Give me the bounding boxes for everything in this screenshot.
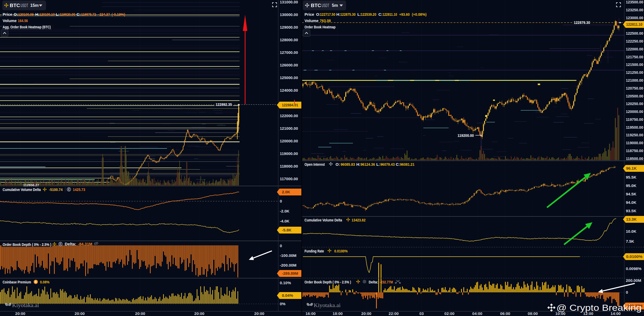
svg-text:Order Book Depth ( 0% - 2.5% ): Order Book Depth ( 0% - 2.5% ) <box>3 242 51 247</box>
svg-text:C: C <box>68 188 70 191</box>
svg-text:119500.00: 119500.00 <box>626 125 643 129</box>
svg-text:130000.00: 130000.00 <box>280 12 298 17</box>
svg-text:120250.00: 120250.00 <box>626 101 643 106</box>
svg-text:20:00: 20:00 <box>194 311 204 316</box>
svg-text:Agg. Order Book Heatmap (BTC): Agg. Order Book Heatmap (BTC) <box>3 25 51 29</box>
svg-text:Delta:: Delta: <box>369 280 378 284</box>
svg-text:122539.20: 122539.20 <box>361 12 376 17</box>
svg-text:H:: H: <box>35 12 39 17</box>
svg-text:2.0K: 2.0K <box>282 190 290 194</box>
svg-text:131000.00: 131000.00 <box>280 0 298 4</box>
svg-text:120100.09: 120100.09 <box>18 12 34 17</box>
svg-text:94.0K: 94.0K <box>626 200 636 205</box>
svg-text:120500.00: 120500.00 <box>626 94 643 98</box>
svg-text:96124.36: 96124.36 <box>361 162 375 167</box>
svg-text:96.1K: 96.1K <box>626 166 637 170</box>
svg-text:119875.72: 119875.72 <box>81 12 96 17</box>
svg-text:0.08%: 0.08% <box>40 280 49 284</box>
svg-text:C:: C: <box>77 12 81 17</box>
svg-text:20:00: 20:00 <box>75 311 85 316</box>
svg-text:20:00: 20:00 <box>135 311 145 316</box>
svg-text:C: C <box>59 243 61 246</box>
svg-text:119200.00: 119200.00 <box>458 133 474 138</box>
svg-text:128000.00: 128000.00 <box>280 38 298 42</box>
svg-text:BTC: BTC <box>10 3 20 8</box>
svg-text:120000.00: 120000.00 <box>626 109 643 114</box>
svg-text:121500.00: 121500.00 <box>626 62 643 67</box>
svg-text:C:: C: <box>396 162 400 167</box>
svg-text:1425.73: 1425.73 <box>73 187 85 192</box>
svg-text:Price: Price <box>3 12 12 17</box>
svg-text:Coinbase Premium: Coinbase Premium <box>3 280 31 284</box>
svg-text:03: 03 <box>419 311 424 316</box>
svg-text:Kiyotaka.ai: Kiyotaka.ai <box>314 302 341 308</box>
svg-text:96081.21: 96081.21 <box>400 162 414 167</box>
svg-text:124000.00: 124000.00 <box>280 88 298 92</box>
svg-text:-84.31M: -84.31M <box>78 242 92 246</box>
svg-text:122500.00: 122500.00 <box>626 31 643 35</box>
svg-text:Kiyotaka.ai: Kiyotaka.ai <box>12 302 39 308</box>
svg-text:117000.00: 117000.00 <box>280 177 298 181</box>
svg-text:C:: C: <box>378 12 383 17</box>
svg-text:122000.00: 122000.00 <box>280 113 298 118</box>
svg-text:-232.77M: -232.77M <box>380 280 393 284</box>
svg-text:119750.00: 119750.00 <box>626 117 643 122</box>
svg-text:04:00: 04:00 <box>472 311 482 316</box>
svg-text:-2.0K: -2.0K <box>280 209 290 213</box>
svg-text:BTC: BTC <box>311 3 321 8</box>
svg-text:95.0K: 95.0K <box>626 183 636 188</box>
svg-text:94.5K: 94.5K <box>626 192 636 196</box>
svg-text:126000.00: 126000.00 <box>280 63 298 67</box>
svg-text:0.0100%: 0.0100% <box>626 254 642 259</box>
svg-text:Delta:: Delta: <box>65 242 76 246</box>
svg-text:0.10%: 0.10% <box>280 281 291 285</box>
svg-text:763.08: 763.08 <box>320 18 331 23</box>
svg-text:123500.00: 123500.00 <box>626 0 643 4</box>
svg-text:121000.00: 121000.00 <box>626 78 643 82</box>
svg-text:10.0K: 10.0K <box>626 229 636 234</box>
svg-text:200.00M: 200.00M <box>626 278 641 283</box>
svg-text:122717.50: 122717.50 <box>320 12 335 17</box>
svg-text:06:00: 06:00 <box>500 311 510 316</box>
svg-text:L:: L: <box>56 12 59 17</box>
svg-text:120750.00: 120750.00 <box>626 86 643 90</box>
svg-text:13423.82: 13423.82 <box>352 218 366 222</box>
svg-text:15m: 15m <box>30 3 39 8</box>
svg-text:0.0100%: 0.0100% <box>334 249 348 253</box>
svg-text:+93.60: +93.60 <box>399 12 410 17</box>
svg-text:20:00: 20:00 <box>361 311 371 316</box>
svg-text:119250.00: 119250.00 <box>626 133 643 137</box>
svg-text:0: 0 <box>280 244 282 248</box>
svg-text:L:: L: <box>376 162 380 167</box>
svg-text:B: B <box>35 281 37 283</box>
svg-text:08:00: 08:00 <box>528 311 538 316</box>
svg-text:164.56: 164.56 <box>18 18 28 23</box>
svg-text:123250.00: 123250.00 <box>626 8 643 12</box>
svg-text:-200.00M: -200.00M <box>280 263 296 267</box>
svg-text:119000.00: 119000.00 <box>280 151 298 156</box>
svg-text:127000.00: 127000.00 <box>280 50 298 55</box>
svg-text:H:: H: <box>356 162 361 167</box>
svg-text:Volume: Volume <box>305 18 318 23</box>
svg-text:Order Book Heatmap: Order Book Heatmap <box>305 25 336 29</box>
svg-text:112656.27: 112656.27 <box>23 183 39 187</box>
svg-text:Order Book Depth ( 0% - 2.5% ): Order Book Depth ( 0% - 2.5% ) <box>305 280 351 284</box>
svg-text:-5100.74: -5100.74 <box>49 187 63 192</box>
svg-text:122250.00: 122250.00 <box>626 39 643 43</box>
svg-text:16:00: 16:00 <box>306 311 316 316</box>
svg-text:96085.83: 96085.83 <box>341 162 355 167</box>
svg-text:18:00: 18:00 <box>333 311 343 316</box>
svg-text:Open Interest: Open Interest <box>305 162 325 167</box>
svg-text:Price: Price <box>305 12 314 17</box>
svg-text:USDT: USDT <box>322 3 329 8</box>
svg-text:5m: 5m <box>332 3 338 8</box>
svg-text:118750.00: 118750.00 <box>626 148 643 153</box>
svg-text:Cumulative Volume Delta: Cumulative Volume Delta <box>3 187 41 192</box>
svg-text:122811.10: 122811.10 <box>626 22 642 27</box>
svg-text:02:00: 02:00 <box>444 311 454 316</box>
svg-text:122879.30: 122879.30 <box>574 20 590 25</box>
svg-text:122811.10: 122811.10 <box>383 12 397 17</box>
svg-text:Funding Rate: Funding Rate <box>305 249 324 253</box>
svg-text:Cumulative Volume Delta: Cumulative Volume Delta <box>305 218 342 222</box>
svg-text:129000.00: 129000.00 <box>280 25 298 29</box>
